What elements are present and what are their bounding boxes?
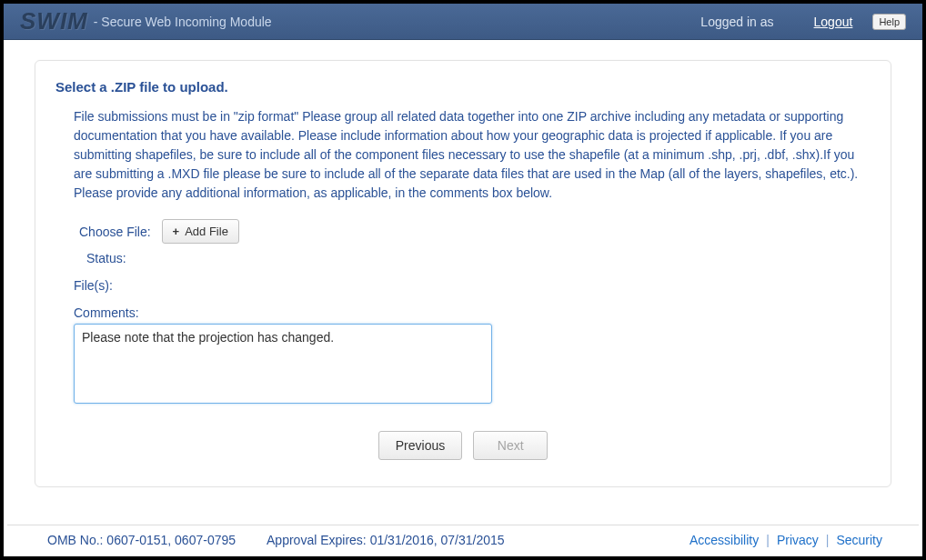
files-label: File(s): (74, 278, 871, 293)
footer-link-accessibility[interactable]: Accessibility (689, 533, 759, 547)
next-button[interactable]: Next (473, 431, 548, 460)
logout-link[interactable]: Logout (814, 15, 853, 29)
help-button[interactable]: Help (872, 14, 906, 30)
logged-in-label: Logged in as (700, 15, 773, 29)
comments-textarea[interactable] (74, 324, 492, 404)
footer-link-privacy[interactable]: Privacy (777, 533, 819, 547)
footer-link-security[interactable]: Security (836, 533, 882, 547)
add-file-button[interactable]: + Add File (162, 219, 239, 244)
app-subtitle: - Secure Web Incoming Module (94, 15, 272, 29)
footer-separator: | (826, 533, 830, 547)
previous-button[interactable]: Previous (378, 431, 462, 460)
choose-file-label: Choose File: (79, 225, 151, 239)
footer-omb: OMB No.: 0607-0151, 0607-0795 (47, 533, 236, 547)
app-header: SWIM - Secure Web Incoming Module Logged… (4, 4, 922, 40)
add-file-button-label: Add File (185, 225, 228, 238)
app-logo: SWIM (20, 7, 88, 35)
instructions-text: File submissions must be in "zip format"… (74, 107, 871, 203)
comments-label: Comments: (74, 305, 871, 320)
footer-separator: | (766, 533, 770, 547)
upload-card: Select a .ZIP file to upload. File submi… (35, 60, 891, 487)
section-title: Select a .ZIP file to upload. (55, 79, 871, 95)
page-footer: OMB No.: 0607-0151, 0607-0795 Approval E… (7, 525, 919, 553)
footer-approval: Approval Expires: 01/31/2016, 07/31/2015 (267, 533, 505, 547)
status-label: Status: (86, 251, 126, 265)
plus-icon: + (173, 225, 180, 238)
